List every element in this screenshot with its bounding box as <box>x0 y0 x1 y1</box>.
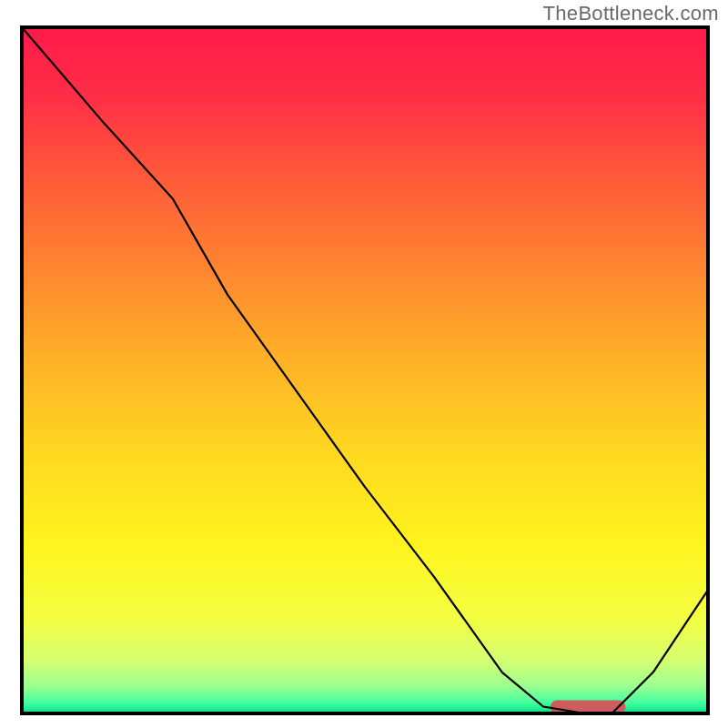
plot-area <box>20 25 710 715</box>
watermark-label: TheBottleneck.com <box>543 2 719 25</box>
chart-container: TheBottleneck.com <box>0 0 728 728</box>
chart-svg <box>20 25 710 715</box>
gradient-background <box>22 27 708 713</box>
